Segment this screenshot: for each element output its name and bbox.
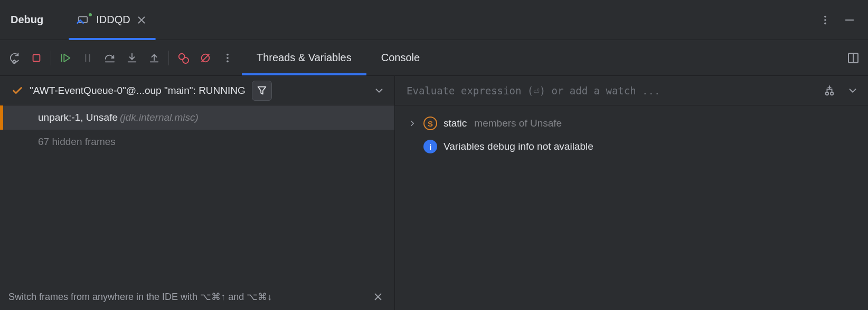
svg-point-11 bbox=[227, 60, 229, 62]
tab-threads-variables[interactable]: Threads & Variables bbox=[242, 40, 366, 75]
content-tabs: Threads & Variables Console bbox=[242, 40, 435, 75]
watch-dropdown-icon[interactable] bbox=[847, 85, 858, 96]
more-actions-icon[interactable] bbox=[222, 52, 233, 64]
svg-point-1 bbox=[824, 15, 826, 17]
step-out-icon[interactable] bbox=[148, 52, 160, 64]
pause-icon[interactable] bbox=[82, 52, 93, 64]
current-thread-label[interactable]: "AWT-EventQueue-0"@...oup "main": RUNNIN… bbox=[30, 85, 246, 96]
frames-pane: "AWT-EventQueue-0"@...oup "main": RUNNIN… bbox=[0, 76, 395, 310]
run-config-name: IDDQD bbox=[96, 14, 130, 26]
hidden-frames-label: 67 hidden frames bbox=[38, 136, 116, 148]
resume-icon[interactable] bbox=[60, 52, 71, 64]
view-breakpoints-icon[interactable] bbox=[177, 52, 189, 64]
rerun-icon[interactable] bbox=[8, 52, 20, 64]
frame-row-selected[interactable]: unpark:-1, Unsafe (jdk.internal.misc) bbox=[0, 105, 394, 130]
separator bbox=[168, 51, 169, 65]
static-label: static bbox=[444, 118, 467, 129]
static-badge-icon: S bbox=[423, 117, 437, 130]
variables-list[interactable]: S static members of Unsafe i Variables d… bbox=[395, 105, 868, 158]
separator bbox=[51, 51, 51, 65]
variable-row-static[interactable]: S static members of Unsafe bbox=[395, 112, 868, 135]
close-tab-icon[interactable] bbox=[136, 14, 147, 26]
close-hint-icon[interactable] bbox=[372, 291, 384, 303]
variables-pane: Evaluate expression (⏎) or add a watch .… bbox=[395, 76, 868, 310]
step-over-icon[interactable] bbox=[104, 52, 116, 64]
run-configuration-icon bbox=[77, 14, 91, 26]
layout-settings-icon[interactable] bbox=[847, 52, 860, 64]
hint-text: Switch frames from anywhere in the IDE w… bbox=[8, 291, 272, 303]
step-into-icon[interactable] bbox=[126, 52, 138, 64]
more-options-icon[interactable] bbox=[819, 14, 831, 26]
svg-point-10 bbox=[227, 57, 229, 59]
variable-row-info: i Variables debug info not available bbox=[395, 135, 868, 158]
svg-point-3 bbox=[824, 22, 826, 24]
tool-window-title: Debug bbox=[11, 14, 43, 26]
expand-icon[interactable] bbox=[408, 118, 417, 129]
info-message: Variables debug info not available bbox=[444, 141, 593, 152]
thread-running-check-icon bbox=[12, 85, 23, 96]
frames-list[interactable]: unpark:-1, Unsafe (jdk.internal.misc) 67… bbox=[0, 105, 394, 284]
svg-point-9 bbox=[227, 53, 229, 55]
stop-icon[interactable] bbox=[31, 52, 42, 64]
tab-console[interactable]: Console bbox=[366, 40, 435, 75]
svg-rect-5 bbox=[33, 54, 40, 61]
evaluate-expression-input[interactable]: Evaluate expression (⏎) or add a watch .… bbox=[407, 85, 816, 96]
frame-package: (jdk.internal.misc) bbox=[120, 112, 199, 123]
hide-tool-window-icon[interactable] bbox=[844, 14, 855, 26]
debug-toolbar: Threads & Variables Console bbox=[0, 40, 868, 76]
hidden-frames-row[interactable]: 67 hidden frames bbox=[0, 130, 394, 154]
svg-point-7 bbox=[183, 57, 188, 63]
debug-tool-window-header: Debug IDDQD bbox=[0, 0, 868, 40]
svg-point-2 bbox=[824, 19, 826, 21]
thread-dropdown-icon[interactable] bbox=[373, 85, 385, 96]
mute-breakpoints-icon[interactable] bbox=[200, 52, 211, 64]
frame-label: unpark:-1, Unsafe bbox=[38, 112, 118, 123]
frames-hint-bar: Switch frames from anywhere in the IDE w… bbox=[0, 284, 394, 310]
run-config-tab[interactable]: IDDQD bbox=[69, 0, 155, 40]
filter-frames-icon[interactable] bbox=[252, 81, 272, 101]
static-suffix: members of Unsafe bbox=[474, 118, 562, 129]
add-watch-icon[interactable] bbox=[824, 85, 835, 96]
info-badge-icon: i bbox=[423, 140, 437, 153]
